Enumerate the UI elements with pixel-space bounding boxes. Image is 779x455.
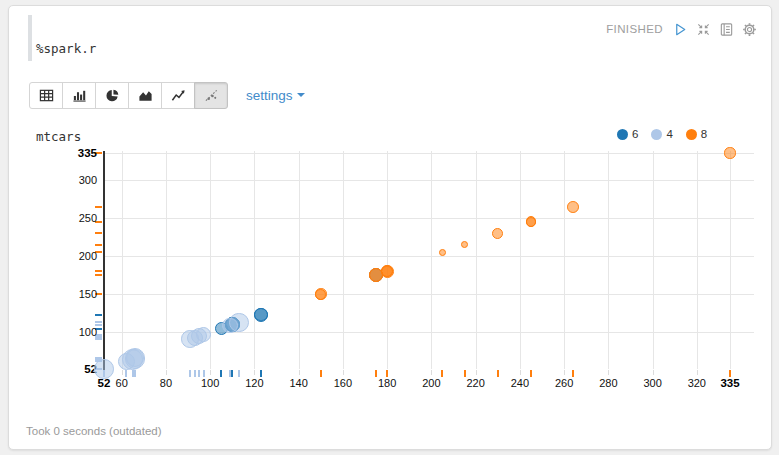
x-rug-tick xyxy=(729,370,731,377)
scatter-point[interactable] xyxy=(461,241,468,248)
y-axis-label: 335 xyxy=(29,147,97,159)
y-rug-tick xyxy=(95,206,102,208)
chart-legend: 648 xyxy=(617,128,707,140)
x-axis-label: 180 xyxy=(367,377,407,389)
y-axis-label: 300 xyxy=(29,174,97,186)
gridline-vertical xyxy=(166,151,167,369)
y-rug-tick xyxy=(95,244,102,246)
scatter-point[interactable] xyxy=(94,359,114,379)
x-axis-tick xyxy=(254,370,255,375)
x-axis-label: 240 xyxy=(500,377,540,389)
gridline-vertical xyxy=(730,151,731,369)
legend-dot xyxy=(617,129,628,140)
x-axis-tick xyxy=(653,370,654,375)
x-axis-label: 100 xyxy=(190,377,230,389)
x-rug-tick xyxy=(229,370,231,377)
legend-label: 6 xyxy=(632,128,638,140)
scatter-point[interactable] xyxy=(567,201,579,213)
x-rug-tick xyxy=(386,370,388,377)
x-rug-tick xyxy=(134,370,136,377)
y-rug-tick xyxy=(95,274,102,276)
x-axis-label: 120 xyxy=(234,377,274,389)
x-axis-tick xyxy=(299,370,300,375)
x-axis-tick xyxy=(608,370,609,375)
gridline-horizontal xyxy=(104,294,754,295)
gridline-vertical xyxy=(697,151,698,369)
gridline-horizontal xyxy=(104,153,754,154)
gridline-horizontal xyxy=(104,256,754,257)
x-rug-tick xyxy=(464,370,466,377)
scatter-point[interactable] xyxy=(222,318,237,333)
y-rug-tick xyxy=(95,338,102,340)
gridline-vertical xyxy=(254,151,255,369)
x-rug-tick xyxy=(220,370,222,377)
legend-item-6[interactable]: 6 xyxy=(617,128,638,140)
paragraph-card: %spark.r data(mtcars) mtcars FINISHED xyxy=(8,5,772,450)
x-rug-tick xyxy=(231,370,233,377)
gridline-vertical xyxy=(299,151,300,369)
scatter-point[interactable] xyxy=(181,330,199,348)
x-rug-tick xyxy=(530,370,532,377)
x-rug-tick xyxy=(572,370,574,377)
paragraph-footer: Took 0 seconds (outdated) xyxy=(26,425,162,437)
x-axis-tick xyxy=(343,370,344,375)
x-axis-label: 200 xyxy=(411,377,451,389)
scatter-point[interactable] xyxy=(492,228,503,239)
gridline-vertical xyxy=(343,151,344,369)
x-rug-tick xyxy=(260,370,262,377)
y-rug-tick xyxy=(95,270,102,272)
x-rug-tick xyxy=(375,370,377,377)
scatter-point[interactable] xyxy=(439,249,446,256)
y-axis-label: 250 xyxy=(29,212,97,224)
legend-dot xyxy=(686,129,697,140)
x-rug-tick xyxy=(441,370,443,377)
gridline-horizontal xyxy=(104,218,754,219)
scatter-point[interactable] xyxy=(254,308,267,321)
y-rug-tick xyxy=(95,232,102,234)
y-axis-label: 100 xyxy=(29,326,97,338)
x-axis-label: 280 xyxy=(588,377,628,389)
legend-label: 4 xyxy=(666,128,672,140)
x-axis-label: 260 xyxy=(544,377,584,389)
x-rug-tick xyxy=(125,370,127,377)
gridline-vertical xyxy=(564,151,565,369)
x-axis-tick xyxy=(210,370,211,375)
scatter-point[interactable] xyxy=(526,217,536,227)
x-axis-label: 60 xyxy=(102,377,142,389)
gridline-vertical xyxy=(520,151,521,369)
legend-item-8[interactable]: 8 xyxy=(686,128,707,140)
y-axis-label: 150 xyxy=(29,288,97,300)
gridline-vertical xyxy=(653,151,654,369)
legend-dot xyxy=(651,129,662,140)
x-rug-tick xyxy=(194,370,196,377)
x-axis-tick xyxy=(431,370,432,375)
x-axis-tick xyxy=(166,370,167,375)
x-rug-tick xyxy=(238,370,240,377)
gridline-vertical xyxy=(476,151,477,369)
x-axis-tick xyxy=(520,370,521,375)
y-rug-tick xyxy=(95,321,102,323)
x-axis-tick xyxy=(697,370,698,375)
scatter-chart: 5260801001201401601802002202402602803003… xyxy=(9,6,771,449)
x-axis-label: 300 xyxy=(633,377,673,389)
x-rug-tick xyxy=(189,370,191,377)
x-axis-tick xyxy=(122,370,123,375)
x-rug-tick xyxy=(203,370,205,377)
legend-item-4[interactable]: 4 xyxy=(651,128,672,140)
legend-label: 8 xyxy=(701,128,707,140)
gridline-vertical xyxy=(387,151,388,369)
y-axis-label: 200 xyxy=(29,250,97,262)
gridline-vertical xyxy=(122,151,123,369)
x-rug-tick xyxy=(497,370,499,377)
y-axis-line xyxy=(103,151,105,371)
x-axis-label: 80 xyxy=(146,377,186,389)
x-axis-label: 220 xyxy=(456,377,496,389)
scatter-point[interactable] xyxy=(724,147,735,158)
x-axis-label: 140 xyxy=(279,377,319,389)
scatter-point[interactable] xyxy=(381,266,392,277)
x-axis-tick xyxy=(476,370,477,375)
x-axis-tick xyxy=(564,370,565,375)
x-axis-label: 160 xyxy=(323,377,363,389)
gridline-horizontal xyxy=(104,180,754,181)
x-axis-label: 335 xyxy=(710,377,750,389)
